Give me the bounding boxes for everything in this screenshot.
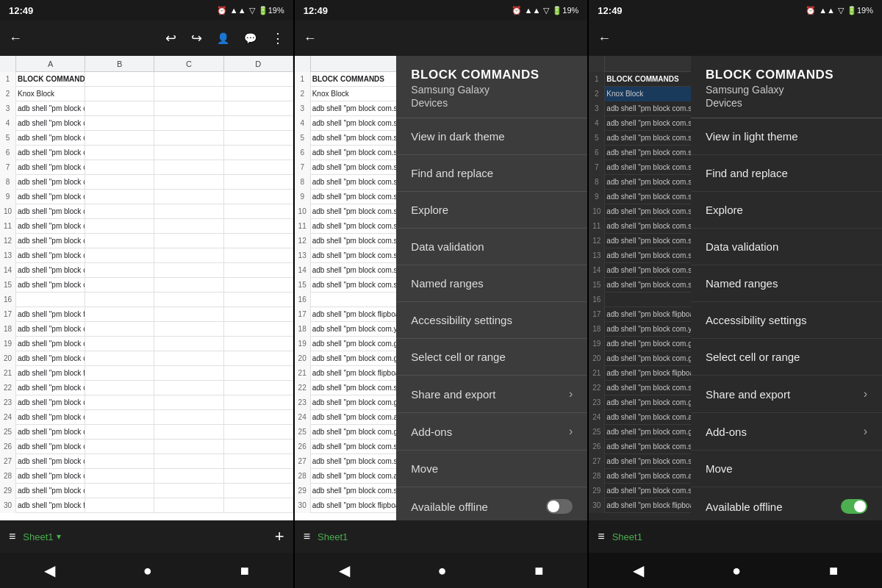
table-cell[interactable]: adb shell "pm block com.sec.knox.setupwi…: [16, 263, 85, 278]
table-cell[interactable]: [154, 469, 223, 484]
table-cell[interactable]: [85, 484, 154, 498]
table-cell[interactable]: [154, 337, 223, 351]
table-cell[interactable]: [85, 248, 154, 263]
table-cell[interactable]: [154, 410, 223, 425]
table-cell[interactable]: adb shell "pm block com.samsung.android.…: [16, 484, 85, 498]
table-cell[interactable]: [85, 87, 154, 101]
home-nav-button-2[interactable]: ●: [423, 556, 461, 585]
table-cell[interactable]: [224, 219, 293, 234]
back-nav-button-3[interactable]: ◀: [618, 556, 659, 585]
comment-button-1[interactable]: 💬: [241, 29, 259, 47]
menu-item[interactable]: Select cell or range: [691, 339, 882, 376]
table-cell[interactable]: adb shell "pm block com.android.email": [16, 410, 85, 425]
menu-item[interactable]: Add-ons›: [396, 413, 587, 451]
table-cell[interactable]: [85, 278, 154, 293]
menu-item[interactable]: Data validation: [396, 229, 587, 265]
table-cell[interactable]: adb shell "pm block com.sec.knox.store": [16, 234, 85, 248]
menu-item[interactable]: Accessibility settings: [396, 302, 587, 339]
table-cell[interactable]: [154, 351, 223, 366]
table-cell[interactable]: [224, 484, 293, 498]
menu-item[interactable]: View in dark theme: [396, 118, 587, 155]
table-cell[interactable]: [154, 146, 223, 160]
table-cell[interactable]: [224, 395, 293, 410]
table-cell[interactable]: [224, 337, 293, 351]
available-offline-toggle[interactable]: [841, 499, 867, 514]
table-cell[interactable]: adb shell "pm block com.samsung.sdm": [16, 175, 85, 190]
table-cell[interactable]: [224, 351, 293, 366]
menu-item[interactable]: Available offline: [396, 487, 587, 520]
table-cell[interactable]: [154, 454, 223, 469]
table-cell[interactable]: [224, 204, 293, 219]
table-cell[interactable]: [154, 381, 223, 395]
table-cell[interactable]: adb shell "pm block com.google.android.a…: [16, 395, 85, 410]
table-cell[interactable]: [154, 72, 223, 87]
home-nav-button-1[interactable]: ●: [129, 556, 167, 585]
table-cell[interactable]: [154, 395, 223, 410]
available-offline-toggle[interactable]: [546, 499, 573, 514]
back-button-2[interactable]: ←: [301, 28, 320, 49]
table-cell[interactable]: adb shell "pm block com.samsung.knox.rcp…: [16, 278, 85, 293]
menu-item[interactable]: Explore: [396, 192, 587, 229]
table-cell[interactable]: [224, 469, 293, 484]
table-cell[interactable]: [85, 322, 154, 337]
table-cell[interactable]: [85, 146, 154, 160]
table-cell[interactable]: [154, 278, 223, 293]
table-cell[interactable]: [85, 101, 154, 116]
table-cell[interactable]: [154, 484, 223, 498]
table-cell[interactable]: [85, 440, 154, 454]
table-cell[interactable]: [85, 454, 154, 469]
table-cell[interactable]: [154, 204, 223, 219]
table-cell[interactable]: adb shell "pm block com.sec.android.widg…: [16, 440, 85, 454]
table-cell[interactable]: adb shell "pm block com.sec.android.auto…: [16, 381, 85, 395]
table-cell[interactable]: adb shell "pm block com.sec.knox.contain…: [16, 204, 85, 219]
table-cell[interactable]: [154, 87, 223, 101]
table-cell[interactable]: adb shell "pm block com.android.exchange…: [16, 469, 85, 484]
table-cell[interactable]: [85, 131, 154, 146]
menu-item[interactable]: Available offline: [691, 487, 882, 520]
sheet-tab-1[interactable]: Sheet1 ▾: [23, 531, 60, 542]
add-person-button-1[interactable]: 👤: [214, 29, 232, 47]
table-cell[interactable]: [154, 440, 223, 454]
table-cell[interactable]: [224, 175, 293, 190]
table-cell[interactable]: [154, 175, 223, 190]
table-cell[interactable]: adb shell "pm block com.sec.knox.app.con…: [16, 190, 85, 204]
table-cell[interactable]: [224, 410, 293, 425]
table-cell[interactable]: [85, 263, 154, 278]
table-cell[interactable]: [224, 131, 293, 146]
table-cell[interactable]: [85, 116, 154, 131]
table-cell[interactable]: [85, 410, 154, 425]
menu-item[interactable]: Add-ons›: [691, 413, 882, 451]
table-cell[interactable]: adb shell "pm block com.google.android.a…: [16, 425, 85, 440]
table-cell[interactable]: [85, 469, 154, 484]
back-nav-button-1[interactable]: ◀: [29, 556, 70, 585]
home-nav-button-3[interactable]: ●: [717, 556, 756, 585]
table-cell[interactable]: [224, 72, 293, 87]
table-cell[interactable]: adb shell "pm block flipboard.boxer.app": [16, 366, 85, 381]
sheet-tab-2[interactable]: Sheet1: [318, 531, 348, 542]
menu-item[interactable]: Find and replace: [396, 155, 587, 192]
table-cell[interactable]: adb shell "pm block com.sec.knox.eventsm…: [16, 219, 85, 234]
table-cell[interactable]: [224, 366, 293, 381]
menu-item[interactable]: Named ranges: [691, 265, 882, 302]
menu-item[interactable]: View in light theme: [691, 118, 882, 155]
menu-item[interactable]: Share and export›: [396, 376, 587, 413]
redo-button-1[interactable]: ↪: [188, 27, 205, 49]
table-cell[interactable]: [224, 160, 293, 175]
table-cell[interactable]: [224, 190, 293, 204]
table-cell[interactable]: adb shell "pm block com.google.android.a…: [16, 351, 85, 366]
table-cell[interactable]: adb shell "pm block com.google.android.v…: [16, 337, 85, 351]
table-cell[interactable]: adb shell "pm block com.sec.knox.knoxset…: [16, 248, 85, 263]
recents-nav-button-3[interactable]: ■: [814, 556, 853, 585]
table-cell[interactable]: [85, 219, 154, 234]
table-cell[interactable]: [154, 322, 223, 337]
table-cell[interactable]: adb shell "pm block com.sec.knox.bridge": [16, 101, 85, 116]
add-sheet-button-1[interactable]: +: [275, 527, 284, 546]
table-cell[interactable]: [154, 498, 223, 513]
table-cell[interactable]: [85, 366, 154, 381]
table-cell[interactable]: adb shell "pm block com.sec.knox.seandro…: [16, 116, 85, 131]
menu-item[interactable]: Move: [691, 451, 882, 487]
table-cell[interactable]: [85, 204, 154, 219]
table-cell[interactable]: [85, 351, 154, 366]
table-cell[interactable]: Knox Block: [16, 87, 85, 101]
menu-item[interactable]: Move: [396, 451, 587, 487]
